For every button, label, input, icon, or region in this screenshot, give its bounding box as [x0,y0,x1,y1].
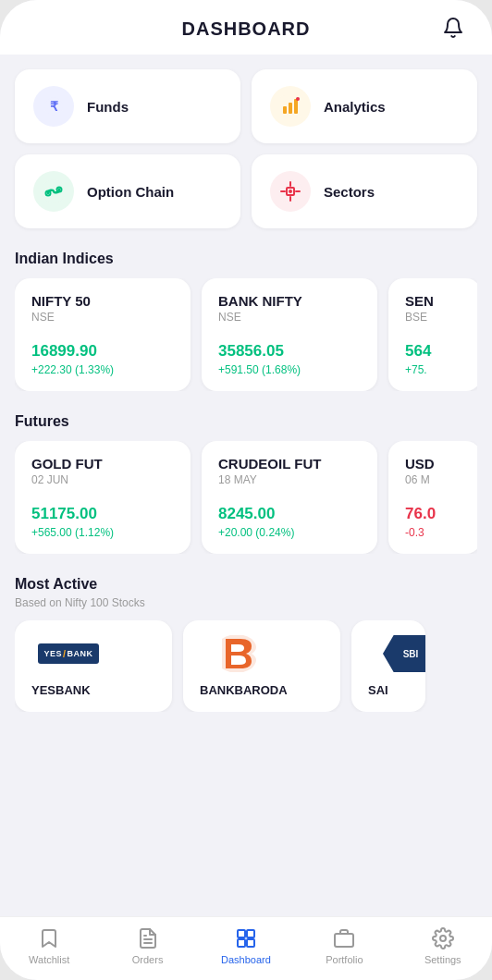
gold-fut-name: GOLD FUT [31,456,174,472]
svg-rect-22 [247,930,254,937]
indices-scroll[interactable]: NIFTY 50 NSE 16899.90 +222.30 (1.33%) BA… [15,278,477,391]
nav-settings[interactable]: Settings [415,926,471,965]
nav-watchlist[interactable]: Watchlist [21,926,77,965]
nav-portfolio[interactable]: Portfolio [316,926,372,965]
option-chain-icon [33,171,74,212]
yesbank-logo: YES/BANK [31,635,105,672]
indices-section-title: Indian Indices [15,251,477,267]
svg-rect-23 [238,939,245,947]
funds-label: Funds [87,99,129,115]
phone-container: DASHBOARD ₹ Funds [0,0,492,980]
usd-fut-card[interactable]: USD 06 M 76.0 -0.3 [388,441,477,554]
indices-cards-row: NIFTY 50 NSE 16899.90 +222.30 (1.33%) BA… [15,278,477,391]
gold-fut-price: 51175.00 [31,505,174,523]
nav-orders[interactable]: Orders [120,926,176,965]
sectors-card[interactable]: Sectors [252,154,477,228]
sbi-stock-card[interactable]: SBI SAI [351,620,425,712]
yesbank-name: YESBANK [31,683,91,697]
analytics-card[interactable]: Analytics [252,69,477,143]
main-content: ₹ Funds Analytics [0,55,492,916]
portfolio-label: Portfolio [326,954,363,965]
nifty50-change: +222.30 (1.33%) [31,363,174,376]
orders-label: Orders [132,954,164,965]
gold-fut-change: +565.00 (1.12%) [31,526,174,539]
option-chain-label: Option Chain [87,184,174,200]
usd-fut-date: 06 M [405,473,464,486]
gold-fut-date: 02 JUN [31,473,174,486]
svg-rect-24 [247,939,254,947]
dashboard-label: Dashboard [221,954,271,965]
funds-card[interactable]: ₹ Funds [15,69,240,143]
usd-fut-name: USD [405,456,464,472]
orders-icon [136,926,160,950]
nifty50-price: 16899.90 [31,342,174,361]
banknifty-price: 35856.05 [218,342,361,361]
usd-fut-price: 76.0 [405,505,464,523]
sectors-label: Sectors [324,184,375,200]
watchlist-icon [37,926,61,950]
sensex-name: SEN [405,293,464,309]
option-chain-card[interactable]: Option Chain [15,154,240,228]
svg-text:₹: ₹ [50,99,58,114]
portfolio-icon [332,926,356,950]
page-title: DASHBOARD [182,18,311,40]
svg-rect-3 [283,106,287,114]
sbi-logo: SBI [368,635,425,672]
dashboard-icon [234,926,258,950]
svg-point-12 [289,190,292,193]
yesbank-stock-card[interactable]: YES/BANK YESBANK [15,620,172,712]
svg-rect-25 [335,934,353,947]
sensex-card[interactable]: SEN BSE 564 +75. [388,278,477,391]
svg-rect-21 [238,930,245,937]
settings-label: Settings [424,954,461,965]
banknifty-exchange: NSE [218,311,361,324]
crudeoil-fut-change: +20.00 (0.24%) [218,526,361,539]
svg-text:SBI: SBI [403,649,419,659]
gold-fut-card[interactable]: GOLD FUT 02 JUN 51175.00 +565.00 (1.12%) [15,441,191,554]
quick-actions-grid: ₹ Funds Analytics [15,69,477,228]
svg-rect-5 [294,99,298,114]
futures-section-title: Futures [15,413,477,430]
banknifty-change: +591.50 (1.68%) [218,363,361,376]
crudeoil-fut-card[interactable]: CRUDEOIL FUT 18 MAY 8245.00 +20.00 (0.24… [202,441,377,554]
sectors-icon [270,171,311,212]
funds-icon: ₹ [33,86,74,127]
banknifty-card[interactable]: BANK NIFTY NSE 35856.05 +591.50 (1.68%) [202,278,377,391]
crudeoil-fut-price: 8245.00 [218,505,361,523]
nifty50-card[interactable]: NIFTY 50 NSE 16899.90 +222.30 (1.33%) [15,278,191,391]
svg-point-26 [440,936,446,941]
bankbaroda-stock-card[interactable]: BANKBARODA [183,620,340,712]
watchlist-label: Watchlist [29,954,69,965]
futures-scroll[interactable]: GOLD FUT 02 JUN 51175.00 +565.00 (1.12%)… [15,441,477,554]
bankbaroda-logo [200,635,274,672]
header: DASHBOARD [0,0,492,55]
futures-cards-row: GOLD FUT 02 JUN 51175.00 +565.00 (1.12%)… [15,441,477,554]
most-active-cards-row: YES/BANK YESBANK [15,620,425,712]
svg-rect-4 [289,103,292,114]
most-active-title: Most Active [15,576,477,593]
notification-bell-button[interactable] [437,11,470,44]
settings-icon [431,926,455,950]
analytics-icon [270,86,311,127]
yesbank-logo-text: YES/BANK [38,643,98,664]
svg-point-6 [296,97,300,101]
most-active-subtitle: Based on Nifty 100 Stocks [15,596,477,609]
nifty50-name: NIFTY 50 [31,293,174,309]
analytics-label: Analytics [324,99,386,115]
crudeoil-fut-name: CRUDEOIL FUT [218,456,361,472]
usd-fut-change: -0.3 [405,526,464,539]
crudeoil-fut-date: 18 MAY [218,473,361,486]
bankbaroda-name: BANKBARODA [200,683,288,697]
nifty50-exchange: NSE [31,311,174,324]
banknifty-name: BANK NIFTY [218,293,361,309]
nav-dashboard[interactable]: Dashboard [218,926,274,965]
bottom-nav: Watchlist Orders [0,916,492,980]
sensex-exchange: BSE [405,311,464,324]
sensex-change: +75. [405,363,464,376]
sensex-price: 564 [405,342,464,361]
most-active-scroll[interactable]: YES/BANK YESBANK [15,620,477,712]
sbi-name: SAI [368,683,388,697]
